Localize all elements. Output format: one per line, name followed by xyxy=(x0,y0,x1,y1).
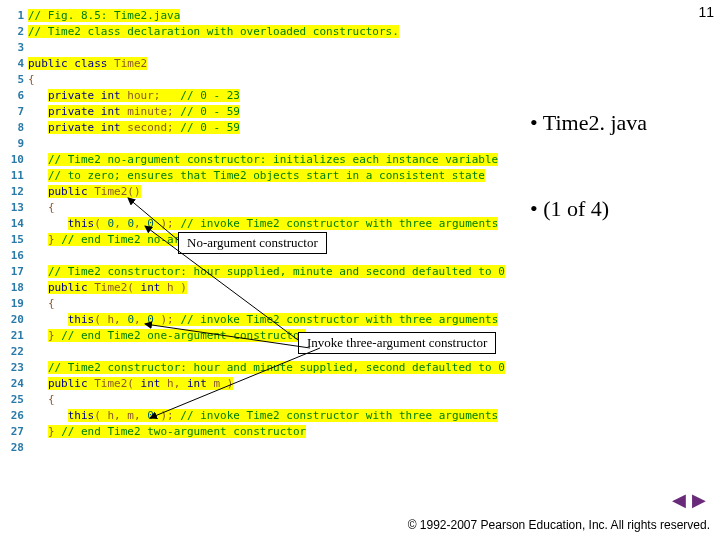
code-line-6: 6 private int hour; // 0 - 23 xyxy=(6,88,506,104)
code-content: // Time2 class declaration with overload… xyxy=(28,24,506,40)
code-line-13: 13 { xyxy=(6,200,506,216)
code-line-14: 14 this( 0, 0, 0 ); // invoke Time2 cons… xyxy=(6,216,506,232)
code-line-25: 25 { xyxy=(6,392,506,408)
line-number: 23 xyxy=(6,360,28,376)
code-content: this( h, m, 0 ); // invoke Time2 constru… xyxy=(28,408,506,424)
callout-no-arg-constructor: No-argument constructor xyxy=(178,232,327,254)
line-number: 5 xyxy=(6,72,28,88)
code-content: // to zero; ensures that Time2 objects s… xyxy=(28,168,506,184)
line-number: 19 xyxy=(6,296,28,312)
line-number: 16 xyxy=(6,248,28,264)
bullet-filename: • Time2. java xyxy=(530,110,710,136)
nav-controls: ◀ ▶ xyxy=(670,491,706,510)
code-content: private int hour; // 0 - 23 xyxy=(28,88,506,104)
code-content: // Fig. 8.5: Time2.java xyxy=(28,8,506,24)
line-number: 25 xyxy=(6,392,28,408)
code-content: // Time2 no-argument constructor: initia… xyxy=(28,152,506,168)
nav-prev-icon[interactable]: ◀ xyxy=(672,491,686,509)
code-content: { xyxy=(28,296,506,312)
line-number: 22 xyxy=(6,344,28,360)
line-number: 10 xyxy=(6,152,28,168)
code-content: // Time2 constructor: hour and minute su… xyxy=(28,360,506,376)
code-content: public Time2( int h ) xyxy=(28,280,506,296)
line-number: 14 xyxy=(6,216,28,232)
code-content: { xyxy=(28,392,506,408)
code-line-10: 10 // Time2 no-argument constructor: ini… xyxy=(6,152,506,168)
line-number: 1 xyxy=(6,8,28,24)
code-content: } // end Time2 two-argument constructor xyxy=(28,424,506,440)
code-line-5: 5{ xyxy=(6,72,506,88)
bullet-page-of: • (1 of 4) xyxy=(530,196,710,222)
code-line-23: 23 // Time2 constructor: hour and minute… xyxy=(6,360,506,376)
code-line-24: 24 public Time2( int h, int m ) xyxy=(6,376,506,392)
code-content: public class Time2 xyxy=(28,56,506,72)
line-number: 24 xyxy=(6,376,28,392)
line-number: 17 xyxy=(6,264,28,280)
line-number: 15 xyxy=(6,232,28,248)
code-line-8: 8 private int second; // 0 - 59 xyxy=(6,120,506,136)
line-number: 20 xyxy=(6,312,28,328)
code-line-26: 26 this( h, m, 0 ); // invoke Time2 cons… xyxy=(6,408,506,424)
code-content: private int minute; // 0 - 59 xyxy=(28,104,506,120)
callout-invoke-three-arg: Invoke three-argument constructor xyxy=(298,332,496,354)
code-line-20: 20 this( h, 0, 0 ); // invoke Time2 cons… xyxy=(6,312,506,328)
code-line-1: 1// Fig. 8.5: Time2.java xyxy=(6,8,506,24)
code-line-2: 2// Time2 class declaration with overloa… xyxy=(6,24,506,40)
code-line-9: 9 xyxy=(6,136,506,152)
line-number: 2 xyxy=(6,24,28,40)
slide-number: 11 xyxy=(698,4,714,20)
line-number: 6 xyxy=(6,88,28,104)
line-number: 26 xyxy=(6,408,28,424)
line-number: 21 xyxy=(6,328,28,344)
line-number: 9 xyxy=(6,136,28,152)
code-content: this( 0, 0, 0 ); // invoke Time2 constru… xyxy=(28,216,506,232)
code-content: this( h, 0, 0 ); // invoke Time2 constru… xyxy=(28,312,506,328)
code-line-11: 11 // to zero; ensures that Time2 object… xyxy=(6,168,506,184)
nav-next-icon[interactable]: ▶ xyxy=(692,491,706,509)
code-line-18: 18 public Time2( int h ) xyxy=(6,280,506,296)
line-number: 8 xyxy=(6,120,28,136)
code-line-3: 3 xyxy=(6,40,506,56)
code-line-27: 27 } // end Time2 two-argument construct… xyxy=(6,424,506,440)
code-line-12: 12 public Time2() xyxy=(6,184,506,200)
code-line-4: 4public class Time2 xyxy=(6,56,506,72)
code-content: // Time2 constructor: hour supplied, min… xyxy=(28,264,506,280)
line-number: 13 xyxy=(6,200,28,216)
code-line-28: 28 xyxy=(6,440,506,456)
code-content: { xyxy=(28,72,506,88)
line-number: 28 xyxy=(6,440,28,456)
code-content: { xyxy=(28,200,506,216)
code-content: public Time2( int h, int m ) xyxy=(28,376,506,392)
line-number: 18 xyxy=(6,280,28,296)
copyright-footer: © 1992-2007 Pearson Education, Inc. All … xyxy=(408,518,710,532)
bullet-list: • Time2. java • (1 of 4) xyxy=(530,110,710,222)
line-number: 3 xyxy=(6,40,28,56)
code-line-17: 17 // Time2 constructor: hour supplied, … xyxy=(6,264,506,280)
line-number: 27 xyxy=(6,424,28,440)
line-number: 12 xyxy=(6,184,28,200)
code-line-7: 7 private int minute; // 0 - 59 xyxy=(6,104,506,120)
code-content: private int second; // 0 - 59 xyxy=(28,120,506,136)
line-number: 7 xyxy=(6,104,28,120)
line-number: 11 xyxy=(6,168,28,184)
code-content: public Time2() xyxy=(28,184,506,200)
code-line-19: 19 { xyxy=(6,296,506,312)
line-number: 4 xyxy=(6,56,28,72)
